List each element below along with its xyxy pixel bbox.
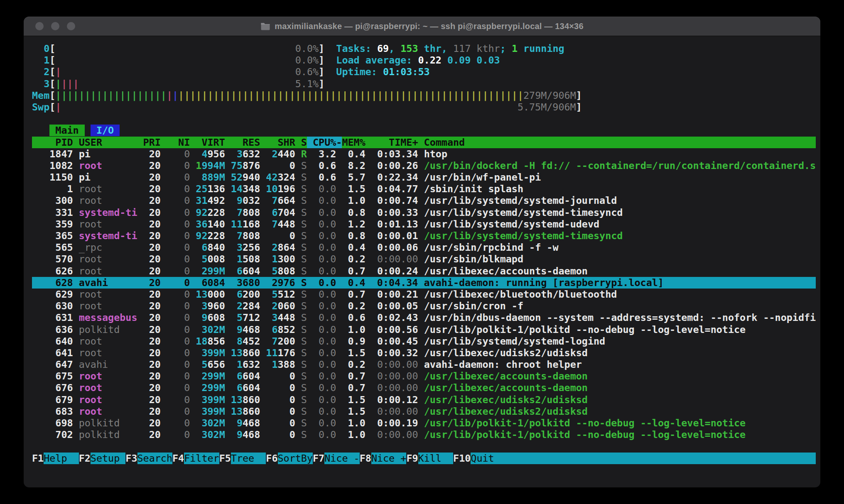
process-row-675[interactable]: 675 root 20 0 299M 6604 0 S 0.0 0.7 0:00… xyxy=(32,370,816,382)
process-user: root xyxy=(79,370,137,382)
process-row-1082[interactable]: 1082 root 20 0 1994M 75876 0 S 0.6 8.2 0… xyxy=(32,160,816,171)
process-row-636[interactable]: 636 polkitd 20 0 302M 9468 6852 S 0.0 1.… xyxy=(32,324,816,335)
process-time: 0:00.06 xyxy=(366,242,418,253)
process-row-630[interactable]: 630 root 20 0 3960 2284 2060 S 0.0 0.2 0… xyxy=(32,300,816,312)
process-table-header[interactable]: PID USER PRI NI VIRT RES SHR S CPU%-MEM%… xyxy=(32,137,816,148)
process-command: /usr/bin/dbus-daemon --system --address=… xyxy=(418,312,816,323)
column-header-user[interactable]: USER xyxy=(79,137,137,148)
process-ni: 0 xyxy=(161,218,190,230)
column-header-time[interactable]: TIME+ xyxy=(366,137,418,148)
process-cpu: 0.0 xyxy=(307,394,336,406)
tab-io[interactable]: I/O xyxy=(91,125,120,136)
process-row-702[interactable]: 702 polkitd 20 0 302M 9468 0 S 0.0 1.0 0… xyxy=(32,429,816,440)
process-user: systemd-ti xyxy=(79,230,137,242)
process-row-570[interactable]: 570 root 20 0 5008 1508 1300 S 0.0 0.2 0… xyxy=(32,253,816,265)
column-header-state[interactable]: S xyxy=(295,137,307,148)
column-header-ni[interactable]: NI xyxy=(161,137,190,148)
fnkey-sortby[interactable]: F6SortBy xyxy=(266,453,313,464)
process-command: /usr/libexec/accounts-daemon xyxy=(418,265,588,277)
column-header-mem[interactable]: MEM% xyxy=(342,137,365,148)
process-pid: 1847 xyxy=(32,148,79,160)
process-ni: 0 xyxy=(161,230,190,242)
process-time: 0:00.00 xyxy=(366,370,418,382)
minimize-button[interactable] xyxy=(51,22,59,30)
meter-value: 279M/906M xyxy=(523,90,576,101)
process-pid: 675 xyxy=(32,370,79,382)
process-row-300[interactable]: 300 root 20 0 31492 9032 7664 S 0.0 1.0 … xyxy=(32,195,816,206)
process-mem: 1.0 xyxy=(342,195,365,206)
fnkey-search[interactable]: F3Search xyxy=(125,453,172,464)
process-row-359[interactable]: 359 root 20 0 36140 11168 7448 S 0.0 1.2… xyxy=(32,218,816,230)
f3-key-label: F3 xyxy=(125,453,137,464)
process-row-628[interactable]: 628 avahi 20 0 6084 3680 2976 S 0.0 0.4 … xyxy=(32,277,816,289)
zoom-button[interactable] xyxy=(67,22,75,30)
process-time: 0:01.13 xyxy=(366,218,418,230)
process-row-629[interactable]: 629 root 20 0 13000 6200 5512 S 0.0 0.7 … xyxy=(32,289,816,300)
f4-key-label: F4 xyxy=(172,453,184,464)
process-row-331[interactable]: 331 systemd-ti 20 0 92228 7808 6704 S 0.… xyxy=(32,207,816,218)
column-header-cpu[interactable]: CPU%- xyxy=(307,137,342,148)
cpu-meter-3: 3[|||| 5.1%] xyxy=(32,78,816,90)
fnkey-help[interactable]: F1Help xyxy=(32,453,79,464)
process-state: S xyxy=(295,370,307,382)
fnkey-kill[interactable]: F9Kill xyxy=(406,453,453,464)
process-state: S xyxy=(295,242,307,253)
fnkey-filter[interactable]: F4Filter xyxy=(172,453,219,464)
htop-screen: 0[ 0.0%] Tasks: 69, 153 thr, 117 kthr; 1… xyxy=(24,36,820,487)
process-mem: 0.7 xyxy=(342,265,365,277)
column-header-shr[interactable]: SHR xyxy=(260,137,295,148)
process-mem: 5.7 xyxy=(342,171,365,183)
function-key-bar: F1Help F2Setup F3SearchF4FilterF5Tree F6… xyxy=(32,453,816,464)
cpu-meter-value: 5.1% xyxy=(295,78,319,90)
fnkey-nice[interactable]: F7Nice - xyxy=(313,453,360,464)
process-time: 0:00.74 xyxy=(366,195,418,206)
process-row-565[interactable]: 565 _rpc 20 0 6840 3256 2864 S 0.0 0.4 0… xyxy=(32,242,816,253)
process-row-365[interactable]: 365 systemd-ti 20 0 92228 7808 0 S 0.0 0… xyxy=(32,230,816,242)
process-time: 0:00.19 xyxy=(366,417,418,429)
process-mem: 1.2 xyxy=(342,218,365,230)
column-header-pid[interactable]: PID xyxy=(32,137,79,148)
process-mem: 0.7 xyxy=(342,289,365,300)
process-row-683[interactable]: 683 root 20 0 399M 13860 0 S 0.0 1.5 0:0… xyxy=(32,406,816,417)
process-row-631[interactable]: 631 messagebus 20 0 9608 5712 3448 S 0.0… xyxy=(32,312,816,323)
column-header-pri[interactable]: PRI xyxy=(137,137,161,148)
fnkey-quit[interactable]: F10Quit xyxy=(453,453,506,464)
process-command: /usr/lib/polkit-1/polkitd --no-debug --l… xyxy=(418,324,746,335)
process-row-698[interactable]: 698 polkitd 20 0 302M 9468 0 S 0.0 1.0 0… xyxy=(32,417,816,429)
f10-key-label: F10 xyxy=(453,453,471,464)
process-row-626[interactable]: 626 root 20 0 299M 6604 5808 S 0.0 0.7 0… xyxy=(32,265,816,277)
close-button[interactable] xyxy=(35,22,44,30)
process-pid: 698 xyxy=(32,417,79,429)
process-row-676[interactable]: 676 root 20 0 299M 6604 0 S 0.0 0.7 0:00… xyxy=(32,382,816,394)
process-cpu: 0.0 xyxy=(307,230,336,242)
process-pid: 647 xyxy=(32,359,79,370)
column-header-virt[interactable]: VIRT xyxy=(190,137,225,148)
process-time: 0:00.21 xyxy=(366,289,418,300)
process-ni: 0 xyxy=(161,289,190,300)
fnkey-nice[interactable]: F8Nice + xyxy=(360,453,407,464)
process-row-1150[interactable]: 1150 pi 20 0 889M 52940 42324 S 0.6 5.7 … xyxy=(32,171,816,183)
process-time: 0:00.00 xyxy=(366,253,418,265)
column-header-command[interactable]: Command xyxy=(418,137,465,148)
fnkey-setup[interactable]: F2Setup xyxy=(79,453,126,464)
column-header-res[interactable]: RES xyxy=(225,137,260,148)
process-command: /usr/lib/systemd/systemd-udevd xyxy=(418,218,600,230)
process-row-1[interactable]: 1 root 20 0 25136 14348 10196 S 0.0 1.5 … xyxy=(32,183,816,195)
process-cpu: 0.0 xyxy=(307,429,336,440)
tab-main[interactable]: Main xyxy=(49,125,85,136)
process-pri: 20 xyxy=(137,195,161,206)
process-state: S xyxy=(295,171,307,183)
cpu-meter-value: 0.0% xyxy=(295,43,319,54)
process-pid: 359 xyxy=(32,218,79,230)
process-pri: 20 xyxy=(137,347,161,359)
fnkey-tree[interactable]: F5Tree xyxy=(219,453,266,464)
process-row-647[interactable]: 647 avahi 20 0 5656 1632 1388 S 0.0 0.2 … xyxy=(32,359,816,370)
process-pri: 20 xyxy=(137,242,161,253)
process-row-1847[interactable]: 1847 pi 20 0 4956 3632 2440 R 3.2 0.4 0:… xyxy=(32,148,816,160)
process-row-679[interactable]: 679 root 20 0 399M 13860 0 S 0.0 1.5 0:0… xyxy=(32,394,816,406)
process-pid: 1150 xyxy=(32,171,79,183)
process-row-640[interactable]: 640 root 20 0 18856 8452 7200 S 0.0 0.9 … xyxy=(32,335,816,347)
process-row-641[interactable]: 641 root 20 0 399M 13860 11176 S 0.0 1.5… xyxy=(32,347,816,359)
process-time: 0:03.34 xyxy=(366,148,418,160)
process-state: S xyxy=(295,207,307,218)
